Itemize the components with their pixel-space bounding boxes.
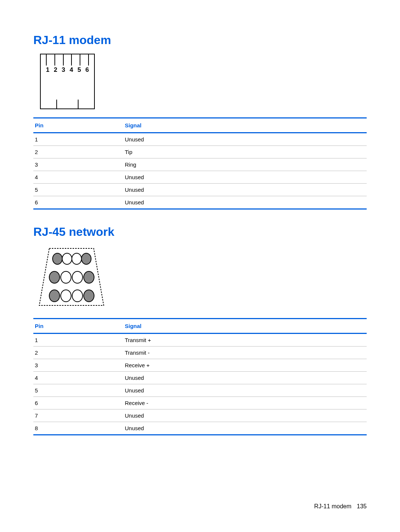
document-page: RJ-11 modem 1 2 3 4 5 6 — [0, 0, 400, 435]
svg-point-9 — [49, 290, 60, 302]
table-row: 5 Unused — [33, 384, 367, 397]
table-row: 5 Unused — [33, 184, 367, 196]
table-row: 6 Receive - — [33, 397, 367, 409]
table-row: 4 Unused — [33, 372, 367, 384]
rj45-connector-figure — [33, 245, 367, 310]
table-row: 4 Unused — [33, 171, 367, 184]
svg-point-2 — [62, 253, 72, 264]
rj11-pin-numbers: 1 2 3 4 5 6 — [46, 66, 89, 74]
table-row: 2 Transmit - — [33, 347, 367, 359]
rj45-pinout-table: Pin Signal 1 Transmit + 2 Transmit - 3 R… — [33, 318, 367, 435]
rj11-pinout-table: Pin Signal 1 Unused 2 Tip 3 Ring 4 Unuse… — [33, 117, 367, 210]
heading-rj45: RJ-45 network — [33, 225, 367, 239]
table-row: 7 Unused — [33, 409, 367, 422]
page-footer: RJ-11 modem 135 — [314, 503, 367, 510]
svg-point-12 — [84, 290, 94, 302]
footer-section-ref: RJ-11 modem — [314, 503, 351, 509]
table-row: 1 Unused — [33, 133, 367, 146]
svg-point-5 — [49, 271, 60, 283]
col-header-pin: Pin — [33, 118, 123, 133]
table-row: 3 Receive + — [33, 359, 367, 372]
svg-point-11 — [72, 290, 83, 302]
rj11-connector-figure: 1 2 3 4 5 6 — [33, 54, 367, 109]
table-row: 8 Unused — [33, 422, 367, 435]
svg-point-10 — [61, 290, 71, 302]
svg-point-6 — [61, 271, 71, 283]
table-row: 3 Ring — [33, 158, 367, 171]
col-header-signal: Signal — [123, 319, 367, 334]
svg-point-8 — [84, 271, 94, 283]
col-header-signal: Signal — [123, 118, 367, 133]
table-header-row: Pin Signal — [33, 118, 367, 133]
heading-rj11: RJ-11 modem — [33, 33, 367, 47]
svg-point-4 — [81, 253, 91, 264]
rj45-socket-icon — [36, 245, 107, 308]
rj11-socket-icon: 1 2 3 4 5 6 — [40, 54, 95, 109]
table-header-row: Pin Signal — [33, 319, 367, 334]
col-header-pin: Pin — [33, 319, 123, 334]
svg-point-3 — [72, 253, 81, 264]
table-row: 6 Unused — [33, 196, 367, 209]
table-row: 2 Tip — [33, 146, 367, 158]
svg-point-7 — [72, 271, 83, 283]
footer-page-number: 135 — [357, 503, 367, 509]
svg-point-1 — [53, 253, 62, 264]
table-row: 1 Transmit + — [33, 334, 367, 347]
